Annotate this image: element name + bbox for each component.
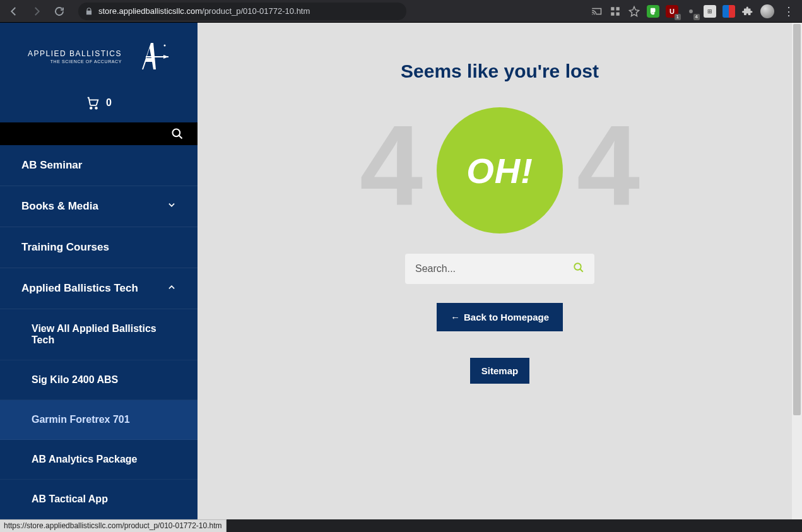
button-label: Back to Homepage	[464, 312, 549, 322]
cart-icon	[86, 96, 100, 110]
brand-name: APPLIED BALLISTICS	[28, 50, 122, 57]
digit-4-left: 4	[360, 109, 423, 222]
evernote-icon[interactable]	[647, 5, 659, 18]
url-text: store.appliedballisticsllc.com/product_p…	[98, 6, 310, 16]
svg-point-10	[173, 129, 180, 137]
svg-rect-0	[611, 7, 614, 10]
status-bar: https://store.appliedballisticsllc.com/p…	[0, 519, 227, 532]
logo[interactable]: APPLIED BALLISTICS THE SCIENCE OF ACCURA…	[0, 23, 198, 81]
badge: 1	[675, 14, 681, 20]
digit-4-right: 4	[577, 109, 640, 222]
back-to-homepage-button[interactable]: ← Back to Homepage	[437, 303, 563, 331]
logo-mark	[126, 39, 170, 74]
sitemap-button[interactable]: Sitemap	[470, 358, 529, 384]
badge: 4	[693, 14, 700, 20]
brand-tagline: THE SCIENCE OF ACCURACY	[28, 59, 122, 64]
cart-count: 0	[106, 97, 112, 109]
search-submit-icon[interactable]	[573, 262, 584, 276]
nav-item-label: AB Seminar	[21, 159, 82, 172]
extension-grid-icon[interactable]	[609, 5, 622, 18]
nav-item-label: Books & Media	[21, 200, 98, 213]
forward-button[interactable]	[28, 3, 45, 20]
nav-sub-item[interactable]: Sig Kilo 2400 ABS	[0, 360, 198, 400]
extension-box-icon[interactable]: ⊞	[704, 5, 716, 18]
sidebar-search[interactable]	[0, 122, 198, 145]
oh-circle: OH!	[437, 107, 563, 233]
extensions-puzzle-icon[interactable]	[741, 5, 754, 18]
search-box	[405, 254, 594, 284]
nav-list: AB SeminarBooks & MediaTraining CoursesA…	[0, 145, 198, 519]
svg-point-7	[164, 45, 166, 47]
sidebar: APPLIED BALLISTICS THE SCIENCE OF ACCURA…	[0, 23, 198, 519]
svg-point-8	[90, 107, 92, 109]
svg-marker-6	[163, 55, 168, 59]
arrow-left-icon: ←	[451, 312, 460, 322]
main-content: Seems like you're lost 4 OH! 4 ← Back to…	[198, 23, 802, 519]
svg-line-11	[179, 136, 182, 139]
nav-item[interactable]: AB Seminar	[0, 145, 198, 186]
nav-sub-item[interactable]: Garmin Foretrex 701	[0, 400, 198, 440]
nav-sub-item[interactable]: View All Applied Ballistics Tech	[0, 309, 198, 360]
star-icon[interactable]	[628, 5, 640, 18]
profile-avatar[interactable]	[760, 4, 774, 18]
lock-icon	[85, 7, 93, 16]
svg-point-12	[574, 263, 581, 270]
svg-point-4	[689, 9, 693, 13]
nav-item-label: Training Courses	[21, 241, 109, 254]
reload-button[interactable]	[50, 3, 68, 20]
extension-dot-icon[interactable]: 4	[685, 5, 697, 18]
scrollbar[interactable]	[792, 23, 802, 519]
nav-item[interactable]: Books & Media	[0, 186, 198, 227]
svg-line-13	[580, 269, 583, 272]
toolbar-right: U 1 4 ⊞ ⋮	[590, 4, 797, 18]
nav-item-label: Applied Ballistics Tech	[21, 282, 138, 295]
ublock-icon[interactable]: U 1	[666, 5, 678, 18]
nav-item[interactable]: Training Courses	[0, 227, 198, 268]
search-icon	[171, 127, 184, 140]
cast-icon[interactable]	[590, 5, 603, 18]
svg-rect-1	[616, 7, 620, 10]
error-graphic: 4 OH! 4	[367, 107, 632, 233]
page-heading: Seems like you're lost	[401, 61, 599, 82]
nav-item[interactable]: Applied Ballistics Tech	[0, 268, 198, 309]
nav-sub-item[interactable]: AB Analytics Package	[0, 440, 198, 480]
extension-flag-icon[interactable]	[722, 5, 735, 18]
svg-rect-2	[611, 12, 614, 15]
url-bar[interactable]: store.appliedballisticsllc.com/product_p…	[78, 3, 406, 20]
button-label: Sitemap	[481, 365, 518, 376]
scrollbar-thumb[interactable]	[793, 24, 801, 415]
svg-point-9	[95, 107, 97, 109]
cart-button[interactable]: 0	[0, 81, 198, 122]
browser-menu[interactable]: ⋮	[781, 6, 797, 17]
svg-rect-3	[616, 12, 620, 15]
nav-sub-item[interactable]: AB Tactical App	[0, 480, 198, 519]
page: APPLIED BALLISTICS THE SCIENCE OF ACCURA…	[0, 23, 802, 519]
search-input[interactable]	[415, 263, 573, 275]
chevron-down-icon	[167, 200, 176, 213]
back-button[interactable]	[5, 3, 23, 20]
chevron-up-icon	[167, 282, 176, 295]
browser-toolbar: store.appliedballisticsllc.com/product_p…	[0, 0, 802, 23]
